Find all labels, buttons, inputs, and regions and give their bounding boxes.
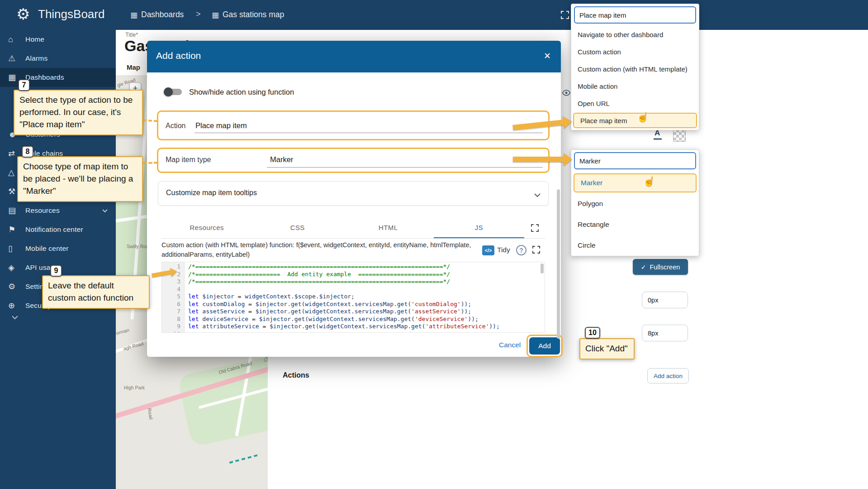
security-expand-chevron-icon[interactable] <box>12 313 18 321</box>
flag-icon: ⚑ <box>8 225 20 235</box>
sidebar-item-label: Alarms <box>25 54 47 62</box>
code-line-number: 10 <box>162 331 180 333</box>
sidebar-item-alarms[interactable]: ⚠Alarms <box>0 49 116 68</box>
callout-8: Choose type of map item to be placed - w… <box>17 156 143 202</box>
tidy-icon[interactable]: </> <box>482 245 494 255</box>
map-item-type-value[interactable]: Marker <box>270 155 293 164</box>
type-options-list: Marker Polygon Rectangle Circle <box>571 173 699 256</box>
close-icon[interactable]: ✕ <box>544 51 551 61</box>
sidebar-item-label: Notification center <box>25 225 83 234</box>
code-line[interactable] <box>188 286 545 293</box>
code-lines[interactable]: /*======================================… <box>185 262 545 332</box>
editor-scrollbar[interactable] <box>541 264 544 273</box>
callout-7: Select the type of action to be performe… <box>14 90 143 135</box>
dialog-scrollbar[interactable] <box>557 189 560 339</box>
sidebar-item-label: Home <box>25 35 44 43</box>
tidy-label[interactable]: Tidy <box>497 246 510 254</box>
marker-search-input[interactable]: Marker <box>574 152 696 169</box>
breadcrumb-dashboards[interactable]: Dashboards <box>141 10 184 19</box>
code-line-number: 6 <box>162 301 180 308</box>
code-line[interactable]: let assetService = $injector.get(widgetC… <box>188 308 545 316</box>
sidebar-item-mobile-center[interactable]: ▯Mobile center <box>0 239 116 258</box>
fullscreen-button[interactable]: ✓ Fullscreen <box>633 259 688 275</box>
code-line[interactable]: /*======================================… <box>188 278 545 286</box>
visibility-icon[interactable] <box>562 89 571 98</box>
callout-8-badge: 8 <box>22 146 33 158</box>
add-action-button[interactable]: Add action <box>647 368 689 384</box>
code-editor[interactable]: 12345678910 /*==========================… <box>161 262 545 333</box>
breadcrumb-page: Gas stations map <box>223 10 284 19</box>
code-line[interactable]: /*======================== Add entity ex… <box>188 271 545 278</box>
topbar: ⚙ ThingsBoard ▦ Dashboards > ▦ Gas stati… <box>0 0 868 30</box>
map-road-label: Road <box>147 408 154 420</box>
action-field-value[interactable]: Place map item <box>195 121 247 130</box>
map-item-type-label: Map item type <box>166 156 211 164</box>
sidebar-item-label: Mobile center <box>25 244 69 253</box>
signature-line: Custom action (with HTML template) funct… <box>161 240 474 250</box>
option-marker[interactable]: Marker <box>574 173 697 192</box>
expand-icon[interactable] <box>561 11 569 21</box>
actions-heading: Actions <box>283 371 309 379</box>
option-polygon[interactable]: Polygon <box>571 193 699 214</box>
breadcrumb-page-icon: ▦ <box>212 10 219 20</box>
map-road-label: orman <box>116 327 130 336</box>
option-circle[interactable]: Circle <box>571 235 699 256</box>
map-cycle-lane <box>229 454 261 464</box>
editor-fullscreen-icon[interactable] <box>532 246 540 255</box>
action-search-input[interactable]: Place map item <box>574 6 696 24</box>
option-open-url[interactable]: Open URL <box>571 95 699 112</box>
map-item-type-dropdown: Marker Marker Polygon Rectangle Circle <box>571 149 699 256</box>
cancel-button[interactable]: Cancel <box>499 341 521 349</box>
code-line-number: 5 <box>162 293 180 301</box>
tab-js[interactable]: JS <box>434 218 525 238</box>
add-action-dialog: Add action ✕ Show/hide action using func… <box>147 41 561 357</box>
tabs-fullscreen-icon[interactable] <box>524 218 545 238</box>
code-line[interactable]: let customDialog = $injector.get(widgetC… <box>188 301 545 308</box>
callout-10: Click "Add" <box>579 338 635 360</box>
code-line[interactable] <box>188 331 545 333</box>
sidebar-item-dashboards[interactable]: ▦Dashboards <box>0 68 116 87</box>
check-icon: ✓ <box>641 264 646 271</box>
code-line[interactable]: let attributeService = $injector.get(wid… <box>188 323 545 331</box>
show-hide-toggle-knob[interactable] <box>164 87 173 96</box>
cursor-hand-icon: ☝ <box>642 175 657 188</box>
option-custom-action[interactable]: Custom action <box>571 43 699 60</box>
code-line[interactable]: let deviceService = $injector.get(widget… <box>188 316 545 323</box>
add-button[interactable]: Add <box>529 337 560 355</box>
action-field-label: Action <box>166 122 185 130</box>
tab-map[interactable]: Map <box>127 63 140 71</box>
format-color-bar <box>654 138 662 140</box>
code-line-number: 7 <box>162 308 180 316</box>
callout-9-badge: 9 <box>50 265 62 277</box>
tooltips-section-label: Customize map item tooltips <box>166 189 257 197</box>
chevron-down-icon <box>534 191 541 199</box>
option-place-map-item[interactable]: Place map item <box>573 113 697 128</box>
arrow-to-marker-dropdown <box>513 157 564 162</box>
tab-css[interactable]: CSS <box>252 218 343 238</box>
background-swatch[interactable] <box>673 129 686 142</box>
tab-resources[interactable]: Resources <box>161 218 252 238</box>
help-icon[interactable]: ? <box>516 245 526 255</box>
signature-line: additionalParams, entityLabel) <box>161 250 474 259</box>
tab-html[interactable]: HTML <box>343 218 434 238</box>
option-custom-action-html[interactable]: Custom action (with HTML template) <box>571 60 699 77</box>
code-line[interactable]: let $injector = widgetContext.$scope.$in… <box>188 293 545 301</box>
sidebar-item-resources[interactable]: ▤Resources <box>0 201 116 220</box>
code-line-number: 9 <box>162 323 180 331</box>
map-item-type-underline <box>267 167 543 168</box>
sidebar-item-home[interactable]: ⌂Home <box>0 30 116 49</box>
callout-9: Leave the default custom action function <box>42 275 150 309</box>
option-rectangle[interactable]: Rectangle <box>571 214 699 235</box>
gear-icon: ⚙ <box>8 282 20 292</box>
spacing-field-top[interactable]: 0px <box>642 292 688 308</box>
breadcrumb-dashboards-icon: ▦ <box>130 10 138 20</box>
option-mobile-action[interactable]: Mobile action <box>571 77 699 95</box>
option-navigate-to-other-dashboard[interactable]: Navigate to other dashboard <box>571 26 699 43</box>
spacing-field-bottom[interactable]: 8px <box>642 325 688 341</box>
chevron-down-icon <box>102 206 108 215</box>
map-road-label: High Park <box>124 385 145 390</box>
function-signature: Custom action (with HTML template) funct… <box>161 240 474 259</box>
sidebar-item-notification-center[interactable]: ⚑Notification center <box>0 220 116 239</box>
code-line[interactable]: /*======================================… <box>188 263 545 271</box>
screenshot-root: ⚙ ThingsBoard ▦ Dashboards > ▦ Gas stati… <box>0 0 868 489</box>
